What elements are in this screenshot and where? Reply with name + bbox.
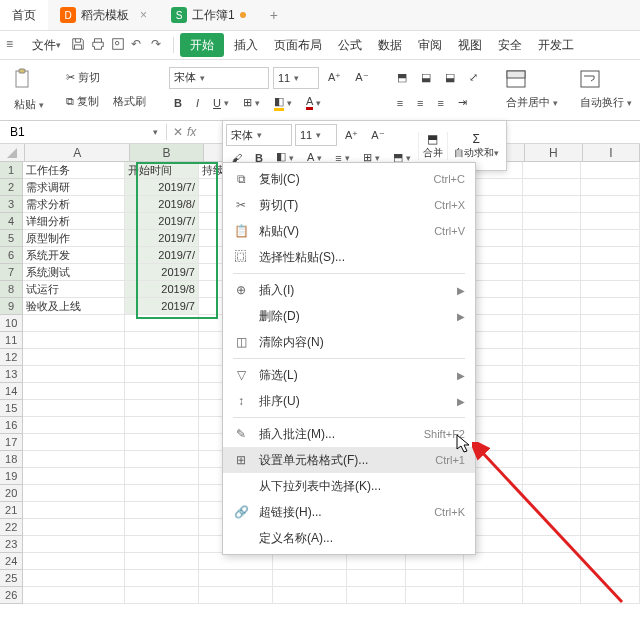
- autosum-icon[interactable]: Σ: [473, 132, 480, 146]
- cell[interactable]: [581, 315, 640, 332]
- cell[interactable]: [125, 536, 199, 553]
- align-left-icon[interactable]: ≡: [392, 95, 408, 111]
- cell[interactable]: [523, 213, 582, 230]
- italic-button[interactable]: I: [191, 95, 204, 111]
- cell[interactable]: 2019/7: [125, 264, 199, 281]
- cell[interactable]: [581, 162, 640, 179]
- row-header[interactable]: 24: [0, 553, 23, 570]
- ribbon-tab-security[interactable]: 安全: [492, 35, 528, 55]
- cell[interactable]: 2019/7/: [125, 179, 199, 196]
- ctx-cut[interactable]: ✂剪切(T)Ctrl+X: [223, 192, 475, 218]
- cell[interactable]: [581, 179, 640, 196]
- cell[interactable]: [23, 587, 125, 604]
- row-header[interactable]: 23: [0, 536, 23, 553]
- cell[interactable]: [523, 434, 582, 451]
- cell[interactable]: [406, 553, 465, 570]
- cell[interactable]: [581, 264, 640, 281]
- mini-merge-big-icon[interactable]: ⬒: [427, 132, 438, 146]
- font-size-select[interactable]: 11▾: [273, 67, 319, 89]
- col-header-A[interactable]: A: [25, 144, 129, 162]
- ribbon-tab-dev[interactable]: 开发工: [532, 35, 580, 55]
- cell[interactable]: [523, 417, 582, 434]
- row-header[interactable]: 18: [0, 451, 23, 468]
- cell[interactable]: 详细分析: [23, 213, 125, 230]
- cell[interactable]: [581, 247, 640, 264]
- cell[interactable]: [523, 502, 582, 519]
- cell[interactable]: [125, 468, 199, 485]
- cell[interactable]: [464, 587, 523, 604]
- row-header[interactable]: 15: [0, 400, 23, 417]
- ctx-insert[interactable]: ⊕插入(I)▶: [223, 277, 475, 303]
- decrease-font-icon[interactable]: A⁻: [350, 69, 373, 86]
- cell[interactable]: 2019/7/: [125, 213, 199, 230]
- row-header[interactable]: 4: [0, 213, 23, 230]
- cell[interactable]: [464, 570, 523, 587]
- cell[interactable]: 2019/7/: [125, 247, 199, 264]
- row-header[interactable]: 14: [0, 383, 23, 400]
- cell[interactable]: [523, 196, 582, 213]
- paste-label[interactable]: 粘贴▾: [9, 95, 49, 114]
- name-box[interactable]: ▾: [0, 124, 167, 140]
- cell[interactable]: [581, 213, 640, 230]
- name-box-input[interactable]: [8, 124, 72, 140]
- cell[interactable]: [581, 281, 640, 298]
- paste-button[interactable]: [9, 66, 49, 92]
- app-menu-icon[interactable]: ≡: [6, 37, 22, 53]
- cell[interactable]: 2019/8: [125, 281, 199, 298]
- cell[interactable]: 系统测试: [23, 264, 125, 281]
- cell[interactable]: [523, 468, 582, 485]
- cell[interactable]: [273, 587, 347, 604]
- cell[interactable]: [523, 451, 582, 468]
- cell[interactable]: 工作任务: [23, 162, 125, 179]
- cell[interactable]: [23, 349, 125, 366]
- cell[interactable]: [23, 315, 125, 332]
- fx-icon[interactable]: fx: [187, 125, 196, 139]
- cell[interactable]: [23, 553, 125, 570]
- select-all-corner[interactable]: [0, 144, 25, 162]
- cell[interactable]: [523, 366, 582, 383]
- wrap-button[interactable]: [575, 68, 637, 90]
- cell[interactable]: [347, 587, 406, 604]
- print-preview-icon[interactable]: [111, 37, 127, 53]
- row-header[interactable]: 2: [0, 179, 23, 196]
- tab-home[interactable]: 首页: [0, 0, 48, 30]
- cell[interactable]: [581, 587, 640, 604]
- ribbon-tab-start[interactable]: 开始: [180, 33, 224, 57]
- row-header[interactable]: 25: [0, 570, 23, 587]
- font-color-button[interactable]: A▾: [301, 93, 326, 112]
- cell[interactable]: [347, 570, 406, 587]
- cell[interactable]: [523, 230, 582, 247]
- cell[interactable]: [581, 196, 640, 213]
- ribbon-tab-pagelayout[interactable]: 页面布局: [268, 35, 328, 55]
- ctx-define-name[interactable]: 定义名称(A)...: [223, 525, 475, 551]
- cell[interactable]: [581, 298, 640, 315]
- cell[interactable]: [581, 536, 640, 553]
- cell[interactable]: [23, 485, 125, 502]
- cell[interactable]: [23, 451, 125, 468]
- ctx-filter[interactable]: ▽筛选(L)▶: [223, 362, 475, 388]
- cell[interactable]: [581, 519, 640, 536]
- chevron-down-icon[interactable]: ▾: [153, 127, 158, 137]
- ctx-picklist[interactable]: 从下拉列表中选择(K)...: [223, 473, 475, 499]
- cell[interactable]: [125, 502, 199, 519]
- cell[interactable]: [581, 400, 640, 417]
- underline-button[interactable]: U▾: [208, 95, 234, 111]
- cell[interactable]: [581, 332, 640, 349]
- fill-color-button[interactable]: ◧▾: [269, 93, 297, 113]
- col-header-H[interactable]: H: [525, 144, 582, 162]
- orientation-icon[interactable]: ⤢: [464, 69, 483, 86]
- cell[interactable]: [581, 434, 640, 451]
- cell[interactable]: [581, 451, 640, 468]
- font-family-select[interactable]: 宋体▾: [169, 67, 269, 89]
- row-header[interactable]: 11: [0, 332, 23, 349]
- align-right-icon[interactable]: ≡: [433, 95, 449, 111]
- cell[interactable]: [125, 451, 199, 468]
- ctx-format-cells[interactable]: ⊞设置单元格格式(F)...Ctrl+1: [223, 447, 475, 473]
- cell[interactable]: 2019/7/: [125, 230, 199, 247]
- cell[interactable]: [125, 485, 199, 502]
- cell[interactable]: [581, 502, 640, 519]
- cell[interactable]: [23, 366, 125, 383]
- increase-font-icon[interactable]: A⁺: [323, 69, 346, 86]
- row-header[interactable]: 8: [0, 281, 23, 298]
- cell[interactable]: 原型制作: [23, 230, 125, 247]
